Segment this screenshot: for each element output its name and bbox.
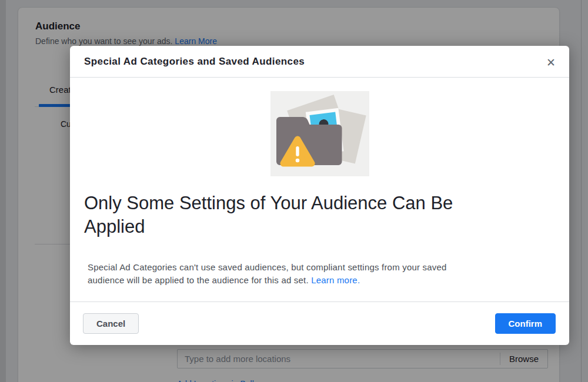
close-icon: ✕ <box>546 56 556 69</box>
learn-more-modal-link[interactable]: Learn more. <box>311 275 360 285</box>
modal-header: Special Ad Categories and Saved Audience… <box>70 46 569 78</box>
folder-photos-warning-icon <box>270 91 369 176</box>
modal-body-text: Special Ad Categories can't use saved au… <box>88 261 552 287</box>
modal-footer: Cancel Confirm <box>70 301 569 345</box>
special-ad-categories-modal: Special Ad Categories and Saved Audience… <box>70 46 569 345</box>
modal-body-line2: audience will be applied to the audience… <box>88 274 552 287</box>
modal-heading-line1: Only Some Settings of Your Audience Can … <box>84 192 543 215</box>
modal-heading-line2: Applied <box>84 215 543 239</box>
cancel-button[interactable]: Cancel <box>83 313 139 334</box>
modal-body-line2-text: audience will be applied to the audience… <box>88 275 309 285</box>
modal-body-line1: Special Ad Categories can't use saved au… <box>88 261 552 274</box>
page-background: Audience Define who you want to see your… <box>0 0 588 382</box>
modal-title: Special Ad Categories and Saved Audience… <box>84 56 305 68</box>
confirm-button[interactable]: Confirm <box>495 313 556 334</box>
modal-heading: Only Some Settings of Your Audience Can … <box>84 192 543 239</box>
close-button[interactable]: ✕ <box>542 53 560 71</box>
